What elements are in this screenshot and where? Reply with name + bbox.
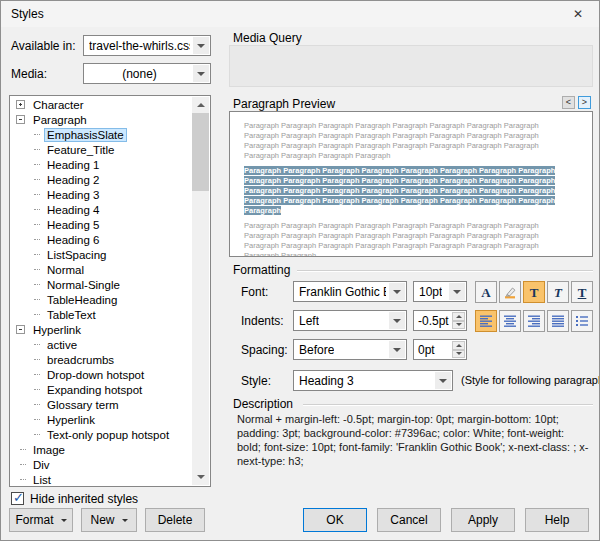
tree-item[interactable]: ListSpacing — [12, 247, 191, 262]
scroll-down-icon[interactable] — [192, 469, 209, 485]
hide-inherited-checkbox[interactable] — [11, 492, 24, 505]
tree-item-label: Heading 3 — [44, 189, 102, 201]
tree-item[interactable]: breadcrumbs — [12, 352, 191, 367]
font-color-icon: A — [481, 286, 490, 299]
font-size-value: 10pt — [419, 285, 442, 299]
tree-item[interactable]: Hyperlink — [12, 412, 191, 427]
tree-item-label: Normal-Single — [44, 279, 123, 291]
tree-item[interactable]: Image — [12, 442, 191, 457]
tree-item[interactable]: Drop-down hotspot — [12, 367, 191, 382]
align-center-button[interactable] — [499, 310, 521, 332]
align-left-button[interactable] — [475, 310, 497, 332]
preview-next-button[interactable]: > — [578, 96, 591, 109]
expand-icon[interactable] — [16, 100, 25, 109]
indent-amount-value: -0.5pt — [418, 314, 449, 328]
hide-inherited-label[interactable]: Hide inherited styles — [30, 492, 138, 506]
spacing-value: Before — [299, 343, 334, 357]
tree-item[interactable]: Hyperlink — [12, 322, 191, 337]
format-menu-button[interactable]: Format — [9, 508, 73, 532]
styles-tree: CharacterParagraphEmphasisSlateFeature_T… — [12, 97, 191, 485]
indent-amount-spinner[interactable]: -0.5pt — [413, 310, 467, 331]
close-icon[interactable]: ✕ — [565, 5, 591, 24]
delete-button[interactable]: Delete — [145, 508, 205, 532]
preview-prev-button[interactable]: < — [562, 96, 575, 109]
tree-connector — [34, 419, 40, 420]
scroll-up-icon[interactable] — [192, 97, 209, 113]
cancel-button[interactable]: Cancel — [377, 508, 441, 532]
spinner-up-icon[interactable] — [452, 341, 465, 350]
chevron-down-icon[interactable] — [389, 283, 405, 300]
new-menu-button[interactable]: New — [81, 508, 137, 532]
tree-item-label: Drop-down hotspot — [44, 369, 147, 381]
tree-item[interactable]: List — [12, 472, 191, 485]
underline-button[interactable]: T — [571, 281, 593, 303]
spinner-down-icon[interactable] — [452, 321, 465, 330]
tree-connector — [34, 344, 40, 345]
tree-item[interactable]: Heading 5 — [12, 217, 191, 232]
tree-item[interactable]: Heading 2 — [12, 172, 191, 187]
available-in-select[interactable]: travel-the-whirls.css — [83, 35, 211, 56]
spacing-select[interactable]: Before — [293, 339, 407, 360]
media-label: Media: — [11, 67, 47, 81]
tree-item[interactable]: Glossary term — [12, 397, 191, 412]
chevron-down-icon[interactable] — [193, 65, 209, 82]
chevron-down-icon[interactable] — [449, 283, 465, 300]
tree-item[interactable]: Heading 3 — [12, 187, 191, 202]
tree-connector — [34, 254, 40, 255]
font-size-select[interactable]: 10pt — [413, 281, 467, 302]
format-button-label: Format — [15, 513, 53, 527]
collapse-icon[interactable] — [16, 115, 25, 124]
preview-paragraph: Paragraph Paragraph Paragraph Paragraph … — [244, 221, 574, 257]
highlighter-icon — [503, 285, 517, 299]
bold-button[interactable]: T — [523, 281, 545, 303]
help-button[interactable]: Help — [525, 508, 589, 532]
tree-item[interactable]: Normal-Single — [12, 277, 191, 292]
tree-item[interactable]: active — [12, 337, 191, 352]
collapse-icon[interactable] — [16, 325, 25, 334]
font-color-button[interactable]: A — [475, 281, 497, 303]
font-select[interactable]: Franklin Gothic B — [293, 281, 407, 302]
available-in-value: travel-the-whirls.css — [89, 39, 190, 53]
bullet-list-button[interactable] — [571, 310, 593, 332]
tree-connector — [34, 134, 40, 135]
tree-item[interactable]: Heading 6 — [12, 232, 191, 247]
chevron-down-icon[interactable] — [389, 341, 405, 358]
align-right-button[interactable] — [523, 310, 545, 332]
tree-item[interactable]: Text-only popup hotspot — [12, 427, 191, 442]
chevron-down-icon[interactable] — [193, 37, 209, 54]
tree-item[interactable]: Normal — [12, 262, 191, 277]
highlight-color-button[interactable] — [499, 281, 521, 303]
tree-item[interactable]: Feature_Title — [12, 142, 191, 157]
paragraph-preview: Paragraph Paragraph Paragraph Paragraph … — [229, 111, 593, 257]
ok-button[interactable]: OK — [303, 508, 367, 532]
tree-connector — [34, 299, 40, 300]
justify-button[interactable] — [547, 310, 569, 332]
tree-scrollbar[interactable] — [192, 97, 209, 485]
tree-item[interactable]: Expanding hotspot — [12, 382, 191, 397]
tree-item[interactable]: Character — [12, 97, 191, 112]
spinner-up-icon[interactable] — [452, 312, 465, 321]
tree-item[interactable]: Heading 4 — [12, 202, 191, 217]
tree-item[interactable]: Heading 1 — [12, 157, 191, 172]
tree-connector — [34, 404, 40, 405]
tree-item-label: active — [44, 339, 80, 351]
description-section-label: Description — [233, 397, 293, 411]
dropdown-arrow-icon — [122, 519, 128, 525]
spacing-amount-spinner[interactable]: 0pt — [413, 339, 467, 360]
tree-item[interactable]: TableHeading — [12, 292, 191, 307]
indents-select[interactable]: Left — [293, 310, 407, 331]
tree-item[interactable]: Paragraph — [12, 112, 191, 127]
preview-paragraph-selected: Paragraph Paragraph Paragraph Paragraph … — [244, 166, 574, 216]
scrollbar-thumb[interactable] — [192, 113, 209, 191]
chevron-down-icon[interactable] — [389, 312, 405, 329]
chevron-down-icon[interactable] — [435, 372, 451, 389]
tree-item-label: Expanding hotspot — [44, 384, 145, 396]
tree-item[interactable]: TableText — [12, 307, 191, 322]
spinner-down-icon[interactable] — [452, 350, 465, 359]
tree-item[interactable]: Div — [12, 457, 191, 472]
italic-button[interactable]: T — [547, 281, 569, 303]
media-select[interactable]: (none) — [83, 63, 211, 84]
tree-item[interactable]: EmphasisSlate — [12, 127, 191, 142]
style-select[interactable]: Heading 3 — [293, 370, 453, 391]
apply-button[interactable]: Apply — [451, 508, 515, 532]
